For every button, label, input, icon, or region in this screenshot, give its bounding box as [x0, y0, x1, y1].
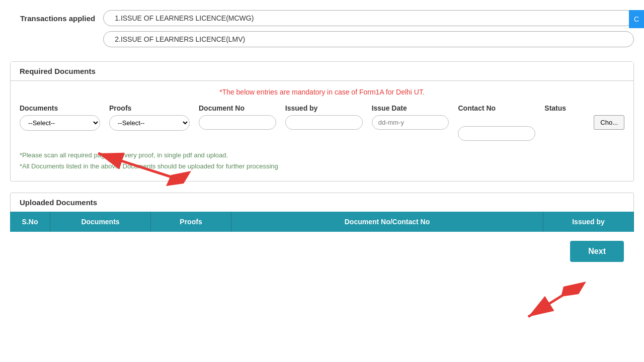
table-header: S.No Documents Proofs Document No/Contac… [10, 212, 634, 232]
th-sno: S.No [10, 212, 50, 232]
contact-no-column: Contact No [458, 104, 535, 141]
transaction-item-2: 2.ISSUE OF LEARNERS LICENCE(LMV) [103, 31, 634, 47]
notes-section: *Please scan all required pages of every… [20, 150, 624, 172]
contact-no-label: Contact No [458, 104, 535, 112]
issued-by-label: Issued by [285, 104, 363, 112]
required-documents-form-row: Documents --Select-- Proofs --Select-- D… [20, 104, 624, 141]
mandatory-notice: *The below entries are mandatory in case… [20, 88, 624, 96]
note-2: *All Documents listed in the above. Docu… [20, 161, 624, 172]
contact-no-input[interactable] [458, 126, 535, 141]
required-documents-section: Required Documents *The below entries ar… [10, 61, 634, 182]
document-no-input[interactable] [199, 115, 276, 130]
uploaded-documents-title: Uploaded Documents [10, 193, 634, 212]
status-label: Status [544, 104, 585, 112]
status-column: Status [544, 104, 585, 112]
transactions-section: Transactions applied 1.ISSUE OF LEARNERS… [10, 10, 634, 47]
svg-line-4 [528, 292, 569, 317]
transaction-item-1: 1.ISSUE OF LEARNERS LICENCE(MCWG) [103, 10, 634, 26]
th-documents: Documents [50, 212, 151, 232]
proofs-label: Proofs [109, 104, 190, 112]
transactions-label: Transactions applied [20, 10, 95, 23]
issue-date-input[interactable] [372, 115, 449, 130]
issue-date-column: Issue Date [372, 104, 449, 130]
proofs-column: Proofs --Select-- [109, 104, 190, 131]
choose-column: Cho... [594, 104, 624, 130]
documents-column: Documents --Select-- [20, 104, 100, 131]
note-1: *Please scan all required pages of every… [20, 150, 624, 161]
proofs-select[interactable]: --Select-- [109, 115, 190, 131]
documents-label: Documents [20, 104, 100, 112]
bottom-bar: Next [10, 232, 634, 262]
transactions-list: 1.ISSUE OF LEARNERS LICENCE(MCWG) 2.ISSU… [103, 10, 634, 47]
uploaded-documents-section: Uploaded Documents S.No Documents Proofs… [10, 193, 634, 232]
choose-file-button[interactable]: Cho... [594, 115, 624, 130]
document-no-column: Document No [199, 104, 276, 130]
th-docno-contact: Document No/Contact No [231, 212, 543, 232]
next-button[interactable]: Next [570, 241, 624, 262]
th-issued-by: Issued by [543, 212, 634, 232]
issued-by-input[interactable] [285, 115, 363, 130]
document-no-label: Document No [199, 104, 276, 112]
issued-by-column: Issued by [285, 104, 363, 130]
corner-button[interactable]: C [629, 10, 644, 28]
th-proofs: Proofs [151, 212, 231, 232]
svg-marker-5 [561, 282, 586, 297]
issue-date-label: Issue Date [372, 104, 449, 112]
required-documents-title: Required Documents [11, 62, 633, 81]
documents-select[interactable]: --Select-- [20, 115, 100, 131]
